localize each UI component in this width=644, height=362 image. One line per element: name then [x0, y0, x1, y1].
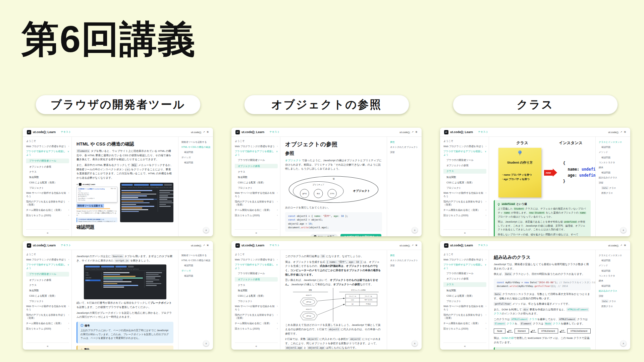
sidebar-item[interactable]: プロジェクト — [235, 300, 278, 303]
sidebar-item[interactable]: 現代のアプリを支える技術を学ぼう（発展）› — [443, 313, 486, 320]
header-utcode-link[interactable]: ut.code(); — [399, 131, 410, 134]
sidebar-item[interactable]: チーム開発を始める前に（発展）› — [26, 322, 69, 325]
sidebar-item[interactable]: CSS による配置（発展） — [235, 181, 278, 184]
toc-item[interactable]: 組み込みのクラス — [599, 289, 628, 292]
toc-item[interactable]: メソッド — [599, 264, 628, 267]
text-link[interactable]: Node — [544, 322, 552, 325]
sidebar-item[interactable]: 現代のアプリを支える技術を学ぼう（発展）› — [235, 200, 278, 206]
sidebar-item[interactable]: Web プログラミングの基礎を学ぼう› — [26, 258, 69, 261]
sidebar-item[interactable]: プロジェクト — [235, 186, 278, 190]
sidebar-item[interactable]: チーム開発を始める前に（発展）› — [443, 208, 486, 212]
theme-toggle-icon[interactable]: ☀ — [206, 130, 209, 134]
toc-item[interactable]: 確認問題 — [599, 259, 628, 262]
toc-item[interactable]: 演習 — [599, 181, 628, 184]
sidebar-item[interactable]: Web プログラミングの基礎を学ぼう› — [235, 258, 278, 261]
github-button[interactable]: GitHub で表示 — [310, 234, 338, 236]
text-link[interactable]: クラス — [494, 312, 502, 315]
sidebar-item[interactable]: Web サーバーが動作する仕組みを知ろう› — [443, 191, 486, 198]
sidebar-item[interactable]: 現代のアプリを支える技術を学ぼう（発展）› — [443, 200, 486, 206]
header-utcode-link[interactable]: ut.code(); — [191, 131, 202, 134]
sidebar-item[interactable]: ブラウザの開発者ツール — [26, 272, 69, 277]
sidebar-item[interactable]: Web プログラミングの基礎を学ぼう› — [26, 145, 69, 148]
sidebar-item[interactable]: クラス — [443, 169, 486, 174]
theme-toggle-icon[interactable]: ☀ — [624, 130, 626, 134]
toc-item[interactable]: 確認問題 — [181, 161, 211, 164]
toc-item[interactable]: 組み込みのクラス — [599, 176, 628, 179]
sidebar-item[interactable]: Web サーバーが動作する仕組みを知ろう› — [26, 305, 69, 311]
toc-item[interactable]: Date クラス — [599, 186, 628, 189]
sidebar-collapse-button[interactable]: « — [443, 343, 486, 350]
sidebar-item[interactable]: 旧カリキュラム (2020)› — [235, 214, 278, 217]
sidebar-item[interactable]: ブラウザの開発者ツール — [235, 272, 278, 275]
sidebar-item[interactable]: クラス — [235, 284, 278, 287]
text-link[interactable]: HTMLDivElement — [567, 308, 589, 311]
sidebar-item[interactable]: ブラウザで動作するアプリを構築しよう∨ — [26, 263, 69, 269]
sidebar-item[interactable]: ようこそ — [443, 253, 486, 256]
toc-item[interactable]: 確認問題 — [599, 156, 628, 159]
sidebar-item[interactable]: CSS による配置（発展） — [26, 181, 69, 184]
scroll-top-button[interactable]: ∧ — [621, 341, 626, 346]
theme-toggle-icon[interactable]: ☀ — [415, 244, 418, 247]
sidebar-item[interactable]: ようこそ — [26, 139, 69, 143]
text-link[interactable]: クラス — [528, 318, 537, 321]
toc-item[interactable]: 確認問題 — [181, 274, 211, 277]
sidebar-item[interactable]: プロジェクト — [443, 300, 486, 303]
sidebar-item[interactable]: 現代のアプリを支える技術を学ぼう（発展）› — [26, 200, 69, 206]
toc-item[interactable]: 継承 — [599, 279, 628, 282]
text-link[interactable]: オブジェクト — [285, 159, 301, 162]
nav-link-text[interactable]: テキスト — [269, 244, 280, 247]
toc-item[interactable]: 参照 — [390, 140, 420, 143]
sidebar-item[interactable]: チーム開発を始める前に（発展）› — [235, 208, 278, 212]
sidebar-item[interactable]: ブラウザの開発者ツール — [26, 159, 69, 163]
scroll-top-button[interactable]: ∧ — [412, 341, 418, 346]
sidebar-item[interactable]: ブラウザの開発者ツール — [443, 159, 486, 162]
sidebar-item[interactable]: ようこそ — [235, 253, 278, 256]
sidebar-item[interactable]: 現代のアプリを支える技術を学ぼう（発展）› — [235, 313, 278, 320]
nav-link-text[interactable]: テキスト — [61, 130, 71, 134]
sidebar-item[interactable]: プロジェクト — [26, 300, 69, 303]
scroll-top-button[interactable]: ∧ — [203, 227, 209, 233]
toc-item[interactable]: デバッガ — [181, 269, 211, 272]
header-utcode-link[interactable]: ut.code(); — [608, 244, 619, 247]
theme-toggle-icon[interactable]: ☀ — [624, 244, 626, 247]
devtools-file[interactable]: script.js — [85, 280, 101, 281]
sidebar-item[interactable]: ブラウザで動作するアプリを構築しよう∨ — [235, 150, 278, 156]
toc-item[interactable]: 開発者ツールを起動する — [181, 254, 211, 257]
header-utcode-link[interactable]: ut.code(); — [608, 131, 619, 134]
sidebar-item[interactable]: 旧カリキュラム (2020)› — [26, 327, 69, 330]
sidebar-item[interactable]: Web プログラミングの基礎を学ぼう› — [443, 258, 486, 261]
toc-item[interactable]: ネストされたオブジェクト — [390, 145, 420, 148]
toc-item[interactable]: デバッガ — [181, 156, 211, 159]
toc-item[interactable]: 確認問題 — [181, 150, 211, 154]
sidebar-item[interactable]: 無名関数 — [235, 176, 278, 179]
sidebar-item[interactable]: 無名関数 — [26, 289, 69, 292]
sidebar-collapse-button[interactable]: « — [235, 343, 278, 350]
nav-link-text[interactable]: テキスト — [478, 130, 488, 134]
sidebar-item[interactable]: オブジェクトの参照 — [443, 164, 486, 167]
sidebar-item[interactable]: クラス — [235, 170, 278, 174]
sidebar-item[interactable]: Web プログラミングの基礎を学ぼう› — [235, 145, 278, 148]
nav-link-text[interactable]: テキスト — [61, 244, 71, 247]
sidebar-item[interactable]: ようこそ — [443, 139, 486, 143]
sidebar-item[interactable]: チーム開発を始める前に（発展）› — [235, 322, 278, 325]
toc-item[interactable]: コンストラクタ — [599, 161, 628, 164]
sidebar-item[interactable]: 無名関数 — [443, 289, 486, 292]
sidebar-item[interactable]: クラス — [26, 170, 69, 174]
toc-item[interactable]: 確認問題 — [599, 145, 628, 148]
toc-item[interactable]: コンストラクタ — [599, 274, 628, 277]
header-utcode-link[interactable]: ut.code(); — [191, 244, 202, 247]
theme-toggle-icon[interactable]: ☀ — [415, 130, 418, 134]
sidebar-collapse-button[interactable]: « — [26, 229, 69, 236]
sidebar-item[interactable]: 無名関数 — [443, 176, 486, 179]
sidebar-item[interactable]: オブジェクトの参照 — [235, 164, 278, 169]
run-program-button[interactable]: このプログラムを実行する↗ — [340, 234, 381, 236]
sidebar-item[interactable]: CSS による配置（発展） — [26, 294, 69, 298]
toc-item[interactable]: メソッド — [599, 150, 628, 154]
text-link[interactable]: Element — [494, 322, 506, 325]
sidebar-item[interactable]: 無名関数 — [26, 176, 69, 179]
sidebar-item[interactable]: ブラウザの開発者ツール — [443, 272, 486, 275]
toc-item[interactable]: 演習 — [599, 294, 628, 297]
sidebar-item[interactable]: CSS による配置（発展） — [443, 181, 486, 184]
sidebar-item[interactable]: クラス — [26, 284, 69, 287]
sidebar-collapse-button[interactable]: « — [235, 229, 278, 236]
